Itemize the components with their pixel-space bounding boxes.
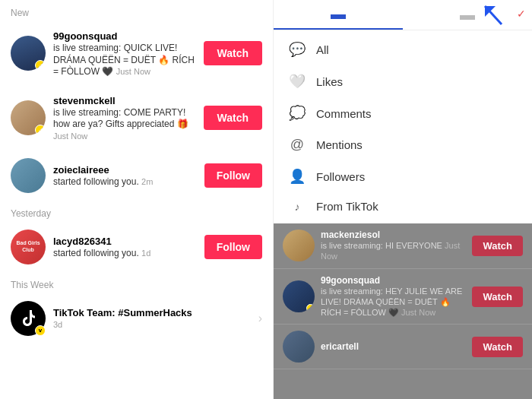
notif-time-lacyd: 1d bbox=[141, 249, 150, 258]
live-content-99goonsquad: 99goonsquad is live streaming: HEY JULIE… bbox=[321, 275, 466, 318]
notification-arrow bbox=[479, 0, 509, 30]
menu-label-comments: Comments bbox=[316, 107, 372, 120]
notif-item-stevenmckell: ✓ stevenmckell is live streaming: COME P… bbox=[0, 86, 273, 150]
menu-item-likes[interactable]: 🤍 Likes bbox=[274, 65, 532, 97]
menu-label-likes: Likes bbox=[316, 75, 343, 88]
live-item-mackenziesol: mackenziesol is live streaming: HI EVERY… bbox=[274, 223, 532, 269]
notif-username-zoie: zoieclaireee bbox=[53, 164, 109, 176]
notif-time: Just Now bbox=[116, 67, 150, 76]
menu-item-from-tiktok[interactable]: ♪ From TikTok bbox=[274, 192, 532, 220]
watch-button-99goonsquad-live[interactable]: Watch bbox=[472, 287, 523, 307]
verified-badge-steven: ✓ bbox=[35, 125, 46, 135]
notif-content-99goonsquad: 99goonsquad is live streaming: QUICK LIV… bbox=[53, 29, 196, 78]
live-avatar-ericartell bbox=[283, 331, 315, 363]
menu-label-all: All bbox=[316, 43, 329, 56]
notif-time-zoie: 2m bbox=[141, 177, 153, 186]
live-section: mackenziesol is live streaming: HI EVERY… bbox=[274, 223, 532, 399]
menu-item-all[interactable]: 💬 All bbox=[274, 33, 532, 65]
notif-time-tiktok: 3d bbox=[53, 319, 251, 331]
menu-item-mentions[interactable]: @ Mentions bbox=[274, 129, 532, 160]
live-text-99goonsquad: is live streaming: HEY JULIE WE ARE LIVE… bbox=[321, 286, 466, 318]
notif-text-steven: is live streaming: COME PARTY! how are y… bbox=[53, 107, 196, 143]
live-username-ericartell: ericartell bbox=[321, 341, 466, 352]
follow-button-zoieclaireee[interactable]: Follow bbox=[204, 163, 262, 188]
mentions-icon: @ bbox=[289, 137, 306, 153]
live-content-ericartell: ericartell bbox=[321, 341, 466, 352]
likes-icon: 🤍 bbox=[289, 73, 306, 90]
live-avatar-99goonsquad: ✓ bbox=[283, 280, 315, 312]
section-yesterday: Yesterday bbox=[0, 201, 273, 222]
live-item-ericartell: ericartell Watch bbox=[274, 325, 532, 369]
notif-username-steven: stevenmckell bbox=[53, 95, 116, 106]
v-badge: v bbox=[35, 325, 46, 336]
live-item-99goonsquad-live: ✓ 99goonsquad is live streaming: HEY JUL… bbox=[274, 269, 532, 325]
watch-button-ericartell[interactable]: Watch bbox=[472, 337, 523, 357]
live-content-mackenziesol: mackenziesol is live streaming: HI EVERY… bbox=[321, 230, 466, 262]
menu-label-mentions: Mentions bbox=[316, 138, 363, 151]
notif-content-stevenmckell: stevenmckell is live streaming: COME PAR… bbox=[53, 93, 196, 143]
notif-username: 99goonsquad bbox=[53, 30, 118, 42]
tiktok-icon bbox=[18, 309, 38, 328]
section-thisweek: This Week bbox=[0, 272, 273, 293]
live-verified-badge: ✓ bbox=[306, 304, 315, 312]
tab-button-right[interactable]: ▬ bbox=[403, 0, 532, 30]
watch-button-99goonsquad[interactable]: Watch bbox=[204, 41, 262, 65]
live-text-mackenziesol: is live streaming: HI EVERYONE Just Now bbox=[321, 240, 466, 262]
notif-text-lacyd: started following you. 1d bbox=[53, 248, 197, 260]
notif-text-zoie: started following you. 2m bbox=[53, 176, 197, 188]
watch-button-stevenmckell[interactable]: Watch bbox=[204, 106, 262, 130]
notif-username-lacyd: lacyd826341 bbox=[53, 236, 112, 247]
menu-label-from-tiktok: From TikTok bbox=[316, 200, 378, 213]
notif-item-zoieclaireee: zoieclaireee started following you. 2m F… bbox=[0, 150, 273, 201]
all-icon: 💬 bbox=[289, 41, 306, 58]
arrow-icon bbox=[479, 2, 509, 29]
avatar-lacyd: Bad GirlsClub bbox=[11, 230, 46, 264]
right-top-bar: ▬ ▬ ✓ bbox=[274, 0, 532, 30]
right-panel: ▬ ▬ ✓ 💬 All 🤍 Likes 💭 Comments @ bbox=[274, 0, 532, 399]
follow-button-lacyd[interactable]: Follow bbox=[204, 235, 262, 259]
chevron-right-icon: › bbox=[258, 312, 262, 325]
notif-username-tiktok: TikTok Team: #SummerHacks bbox=[53, 307, 192, 318]
notification-menu: 💬 All 🤍 Likes 💭 Comments @ Mentions 👤 Fo… bbox=[274, 30, 532, 223]
notif-content-lacyd: lacyd826341 started following you. 1d bbox=[53, 234, 197, 260]
avatar-99goonsquad: ✓ bbox=[11, 36, 46, 71]
followers-icon: 👤 bbox=[289, 168, 306, 185]
watch-button-mackenziesol[interactable]: Watch bbox=[472, 236, 523, 256]
tiktok-menu-icon: ♪ bbox=[289, 201, 306, 213]
checkmark-icon: ✓ bbox=[517, 8, 526, 20]
live-avatar-mackenziesol bbox=[283, 230, 315, 261]
notif-content-zoieclaireee: zoieclaireee started following you. 2m bbox=[53, 163, 197, 188]
verified-badge: ✓ bbox=[35, 60, 46, 71]
menu-item-followers[interactable]: 👤 Followers bbox=[274, 160, 532, 192]
notif-text: is live streaming: QUICK LIVE! DRÁMA QUË… bbox=[53, 43, 196, 78]
tab-button-left[interactable]: ▬ bbox=[274, 0, 403, 30]
notif-item-lacyd: Bad GirlsClub lacyd826341 started follow… bbox=[0, 222, 273, 272]
notif-item-99goonsquad: ✓ 99goonsquad is live streaming: QUICK L… bbox=[0, 21, 273, 86]
comments-icon: 💭 bbox=[289, 105, 306, 122]
notif-content-tiktok: TikTok Team: #SummerHacks 3d bbox=[53, 306, 251, 331]
avatar-tiktok: v bbox=[11, 301, 46, 336]
live-username-99goonsquad: 99goonsquad bbox=[321, 275, 466, 286]
menu-label-followers: Followers bbox=[316, 170, 365, 183]
left-panel: New ✓ 99goonsquad is live streaming: QUI… bbox=[0, 0, 274, 399]
notif-item-tiktok-team[interactable]: v TikTok Team: #SummerHacks 3d › bbox=[0, 293, 273, 344]
notif-time-steven: Just Now bbox=[53, 131, 87, 141]
section-new: New bbox=[0, 0, 273, 21]
menu-item-comments[interactable]: 💭 Comments bbox=[274, 97, 532, 129]
live-username-mackenziesol: mackenziesol bbox=[321, 230, 466, 240]
avatar-stevenmckell: ✓ bbox=[11, 100, 46, 135]
avatar-zoieclaireee bbox=[11, 158, 46, 193]
